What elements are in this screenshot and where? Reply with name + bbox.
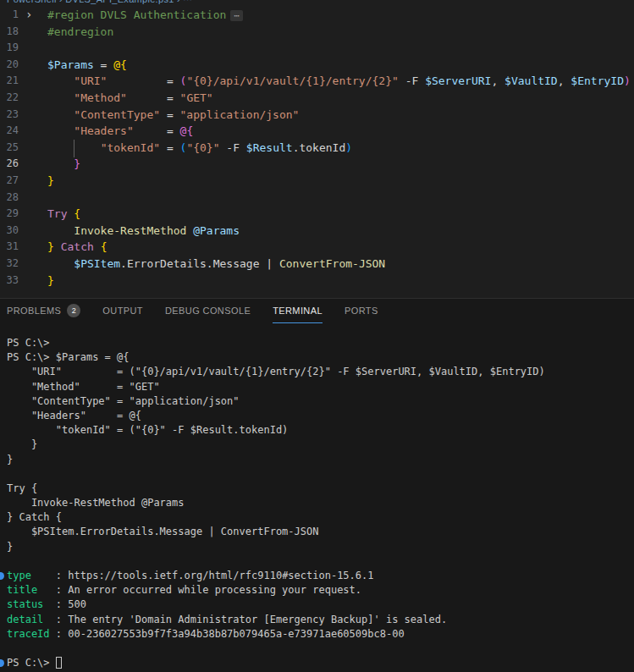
- terminal-command-decoration-icon[interactable]: [0, 659, 4, 667]
- terminal-line: detail : The entry 'Domain Administrator…: [0, 613, 634, 627]
- fold-spacer: [19, 256, 47, 273]
- editor-line: 26 }: [0, 156, 634, 173]
- line-number: 28: [0, 190, 19, 207]
- code-token: detail: [7, 614, 43, 625]
- line-number: 18: [0, 24, 19, 41]
- editor-line: 31} Catch {: [0, 239, 634, 256]
- code-token: 500: [68, 598, 86, 610]
- panel-tab-debug-console[interactable]: DEBUG CONSOLE: [165, 299, 251, 323]
- code-token: "Method": [74, 91, 127, 104]
- fold-spacer: [19, 90, 47, 107]
- panel-tab-output[interactable]: OUTPUT: [102, 299, 143, 323]
- code-token: [54, 240, 61, 253]
- panel-tab-label: OUTPUT: [102, 306, 143, 316]
- code-token: "Headers" = @{: [7, 410, 141, 421]
- editor-line: 32 $PSItem.ErrorDetails.Message | Conver…: [0, 256, 634, 273]
- panel-tab-terminal[interactable]: TERMINAL: [273, 299, 323, 323]
- code-token: :: [31, 570, 68, 581]
- terminal-line: type : https://tools.ietf.org/html/rfc91…: [0, 569, 634, 583]
- panel-tab-problems[interactable]: PROBLEMS2: [7, 299, 80, 323]
- code-token: {: [101, 240, 108, 253]
- code-token: Try {: [7, 482, 37, 494]
- code-token: =: [160, 108, 179, 121]
- code-token: $EntryID: [571, 74, 624, 87]
- terminal-line: "Headers" = @{: [0, 409, 634, 423]
- editor-line: 20$Params = @{: [0, 57, 634, 74]
- code-token: :: [43, 598, 68, 610]
- editor-line: 28: [0, 190, 634, 207]
- terminal-line: }: [0, 453, 634, 467]
- terminal-line: Invoke-RestMethod @Params: [0, 496, 634, 510]
- code-token: .tokenId: [293, 141, 346, 154]
- terminal-line: title : An error occurred while processi…: [0, 583, 634, 598]
- editor-line-text: $PSItem.ErrorDetails.Message | ConvertFr…: [47, 256, 385, 273]
- editor-line-text: "URI" = ("{0}/api/v1/vault/{1}/entry/{2}…: [47, 73, 631, 90]
- code-token: @{: [113, 58, 127, 71]
- code-token: @Params: [193, 224, 240, 237]
- code-token: "URI": [74, 74, 107, 87]
- code-token: $ServerURI: [425, 74, 491, 87]
- line-number: 22: [0, 90, 19, 107]
- code-token: "tokenId" = ("{0}" -F $Result.tokenId): [7, 424, 288, 436]
- line-number: 24: [0, 123, 19, 140]
- fold-spacer: [19, 206, 47, 223]
- code-token: https://tools.ietf.org/html/rfc9110#sect…: [68, 570, 373, 581]
- editor-line: 25 "tokenId" = ("{0}" -F $Result.tokenId…: [0, 140, 634, 157]
- code-token: =: [134, 124, 180, 137]
- terminal-line: "tokenId" = ("{0}" -F $Result.tokenId): [0, 423, 634, 438]
- breadcrumb-bar[interactable]: PowerShell › DVLS_API_Example.ps1 › ⋯: [0, 0, 634, 7]
- panel-tab-label: PROBLEMS: [7, 306, 61, 316]
- line-number: 32: [0, 256, 19, 273]
- panel-tab-ports[interactable]: PORTS: [345, 299, 378, 323]
- fold-spacer: [19, 40, 47, 57]
- code-token: ,: [491, 74, 504, 87]
- editor-line: 33}: [0, 273, 634, 289]
- editor-line-text: "ContentType" = "application/json": [47, 107, 299, 124]
- code-token: }: [7, 541, 13, 553]
- code-token: }: [47, 240, 54, 253]
- code-token: ConvertFrom-JSON: [279, 257, 385, 270]
- terminal[interactable]: PS C:\>PS C:\> $Params = @{ "URI" = ("{0…: [0, 323, 634, 672]
- code-token: :: [43, 614, 68, 625]
- editor-line-text: $Params = @{: [47, 57, 127, 74]
- editor-line-text: Try {: [47, 206, 80, 223]
- line-number: 33: [0, 273, 19, 289]
- terminal-line: "Method" = "GET": [0, 380, 634, 394]
- editor-line: 29Try {: [0, 206, 634, 223]
- terminal-line: "ContentType" = "application/json": [0, 394, 634, 409]
- fold-spacer: [19, 273, 47, 289]
- code-token: $PSItem.ErrorDetails.Message | ConvertFr…: [7, 526, 318, 537]
- code-token: "ContentType": [74, 108, 160, 121]
- code-token: PS C:\>: [7, 337, 50, 349]
- terminal-line: Try {: [0, 482, 634, 496]
- code-token: =: [94, 58, 113, 71]
- code-token: "tokenId": [101, 141, 160, 154]
- code-token: =: [107, 74, 179, 87]
- fold-chevron-icon[interactable]: ›: [19, 7, 47, 24]
- editor-line: 27}: [0, 173, 634, 190]
- code-token: :: [37, 584, 68, 596]
- code-token: .ErrorDetails.Message: [120, 257, 259, 270]
- breadcrumb: PowerShell › DVLS_API_Example.ps1 › ⋯: [7, 0, 193, 5]
- code-token: } Catch {: [7, 511, 62, 523]
- code-token: #endregion: [47, 25, 113, 38]
- problems-count-badge: 2: [67, 304, 80, 317]
- terminal-command-decoration-icon[interactable]: [0, 572, 4, 580]
- editor-lines: 1›#region DVLS Authentication⋯18#endregi…: [0, 7, 634, 289]
- code-token: $VaultID: [504, 74, 558, 87]
- terminal-line: } Catch {: [0, 510, 634, 525]
- code-token: @{: [180, 124, 194, 137]
- indent-guide: [74, 140, 74, 157]
- editor-line-text: }: [47, 273, 54, 289]
- code-token: [47, 157, 74, 170]
- code-token: "{0}": [186, 141, 219, 154]
- editor-line-text: #region DVLS Authentication⋯: [47, 7, 243, 24]
- code-token: [47, 224, 74, 237]
- code-token: Invoke-RestMethod @Params: [7, 497, 185, 509]
- code-token: -F: [220, 141, 246, 154]
- line-number: 1: [0, 7, 19, 24]
- code-token: "{0}/api/v1/vault/{1}/entry/{2}": [186, 74, 398, 87]
- code-token: ,: [558, 74, 571, 87]
- code-token: $Result: [246, 141, 293, 154]
- code-editor[interactable]: 1›#region DVLS Authentication⋯18#endregi…: [0, 7, 634, 298]
